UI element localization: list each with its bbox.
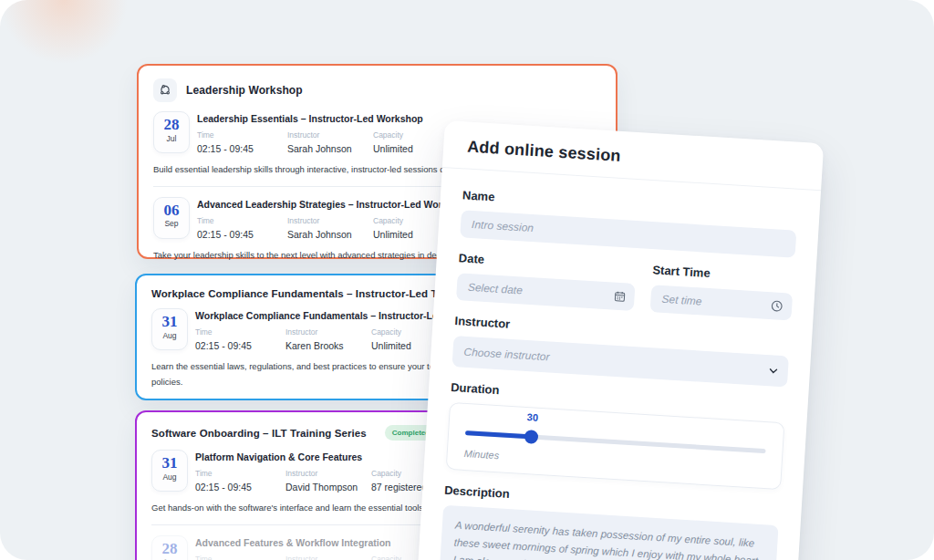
session-date-tile: 28 Jul bbox=[153, 111, 190, 153]
instructor-label: Instructor bbox=[285, 327, 371, 337]
slider-fill bbox=[465, 430, 532, 439]
session-date-tile: 28 Aug bbox=[151, 535, 188, 560]
calendar-icon[interactable] bbox=[613, 290, 627, 304]
instructor-value: Karen Brooks bbox=[285, 340, 371, 351]
clock-icon[interactable] bbox=[770, 299, 784, 314]
time-value: 02:15 - 09:45 bbox=[197, 143, 287, 154]
instructor-value: Sarah Johnson bbox=[287, 143, 373, 154]
duration-panel: 30 Minutes bbox=[446, 402, 785, 490]
time-label: Time bbox=[195, 327, 285, 337]
session-title: Leadership Essentials – Instructor-Led W… bbox=[197, 113, 601, 124]
session-date-tile: 06 Sep bbox=[153, 197, 190, 239]
instructor-value: Sarah Johnson bbox=[287, 229, 373, 240]
session-date-tile: 31 Aug bbox=[151, 450, 188, 492]
time-label: Time bbox=[195, 555, 285, 560]
time-value: 02:15 - 09:45 bbox=[195, 482, 285, 493]
instructor-label: Instructor bbox=[285, 469, 371, 478]
duration-value: 30 bbox=[526, 411, 538, 423]
time-label: Time bbox=[197, 216, 287, 225]
background-canvas: Leadership Workshop 28 Jul Leadership Es… bbox=[0, 0, 934, 560]
time-value: 02:15 - 09:45 bbox=[195, 340, 285, 351]
date-label: Date bbox=[458, 251, 637, 275]
date-input[interactable]: Select date bbox=[456, 273, 635, 311]
time-label: Time bbox=[197, 130, 287, 140]
card-title: Leadership Workshop bbox=[186, 84, 303, 97]
instructor-label: Instructor bbox=[287, 216, 373, 225]
start-time-input[interactable]: Set time bbox=[650, 285, 794, 320]
start-time-label: Start Time bbox=[652, 263, 794, 285]
community-icon bbox=[153, 78, 177, 102]
session-date-tile: 31 Aug bbox=[151, 308, 188, 350]
card-title: Software Onboarding – ILT Training Serie… bbox=[151, 428, 367, 439]
instructor-label: Instructor bbox=[287, 130, 373, 140]
card-title: Workplace Compliance Fundamentals – Inst… bbox=[151, 288, 472, 299]
add-online-session-dialog: Add online session Name Intro session Da… bbox=[411, 120, 824, 560]
instructor-value: David Thompson bbox=[285, 482, 371, 493]
instructor-label: Instructor bbox=[285, 555, 371, 560]
slider-thumb[interactable] bbox=[524, 430, 538, 444]
time-value: 02:15 - 09:45 bbox=[197, 229, 287, 240]
chevron-down-icon[interactable] bbox=[767, 364, 781, 378]
time-label: Time bbox=[195, 469, 285, 478]
